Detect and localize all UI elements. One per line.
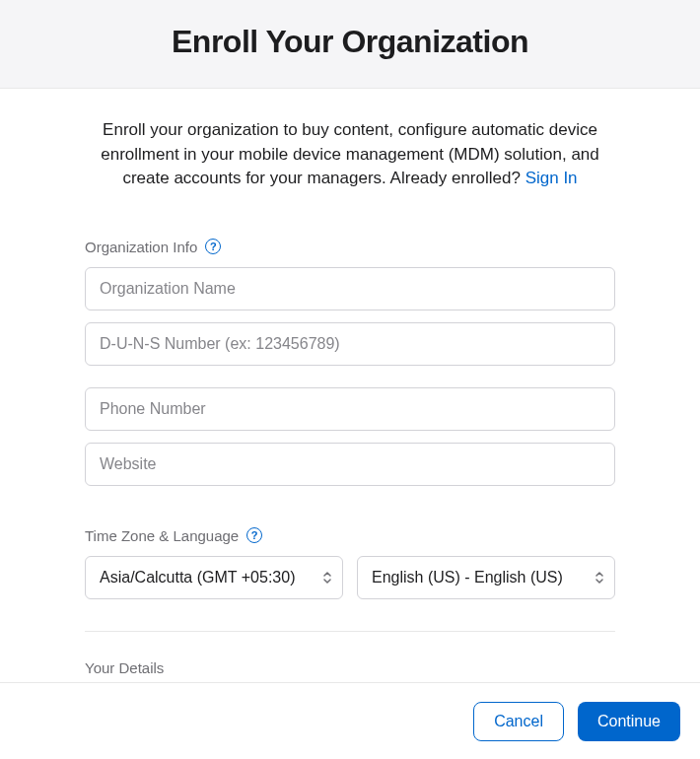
timezone-select[interactable]: Asia/Calcutta (GMT +05:30) [85, 556, 343, 599]
phone-number-input[interactable] [85, 387, 615, 431]
org-info-label-text: Organization Info [85, 239, 197, 255]
page-header: Enroll Your Organization [0, 0, 700, 89]
organization-name-input[interactable] [85, 267, 615, 310]
timezone-lang-label: Time Zone & Language ? [85, 527, 615, 544]
timezone-lang-row: Asia/Calcutta (GMT +05:30) English (US) … [85, 556, 615, 599]
footer-bar: Cancel Continue [0, 682, 700, 759]
cancel-button[interactable]: Cancel [473, 702, 564, 741]
phone-website-group [85, 387, 615, 486]
help-icon[interactable]: ? [246, 527, 262, 543]
page-title: Enroll Your Organization [0, 24, 700, 60]
section-divider [85, 631, 615, 632]
org-info-label: Organization Info ? [85, 239, 615, 255]
timezone-select-wrapper: Asia/Calcutta (GMT +05:30) [85, 556, 343, 599]
help-icon[interactable]: ? [205, 239, 221, 254]
your-details-label-text: Your Details [85, 659, 164, 676]
language-select-wrapper: English (US) - English (US) [357, 556, 615, 599]
timezone-lang-label-text: Time Zone & Language [85, 527, 239, 544]
org-name-duns-group [85, 267, 615, 366]
intro-paragraph: Enroll your organization to buy content,… [85, 118, 615, 191]
your-details-label: Your Details [85, 659, 615, 676]
sign-in-link[interactable]: Sign In [525, 169, 578, 187]
continue-button[interactable]: Continue [578, 702, 680, 741]
language-select[interactable]: English (US) - English (US) [357, 556, 615, 599]
website-input[interactable] [85, 443, 615, 486]
duns-number-input[interactable] [85, 322, 615, 366]
content-area: Enroll your organization to buy content,… [0, 89, 700, 682]
